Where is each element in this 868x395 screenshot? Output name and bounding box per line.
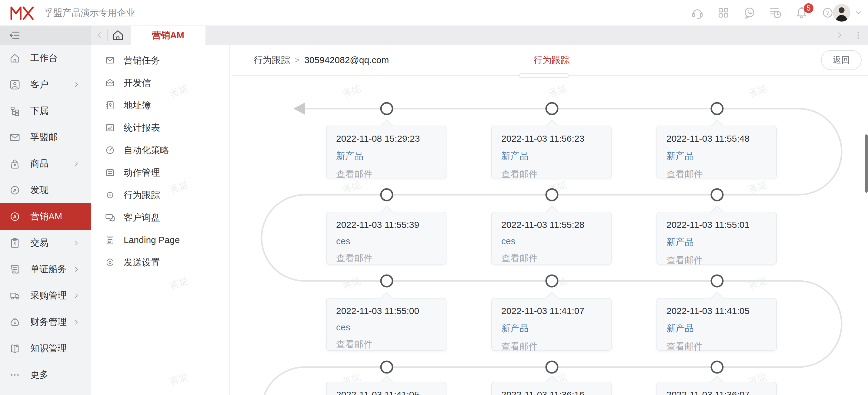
submenu-item-chart[interactable]: 统计报表 xyxy=(91,116,229,139)
sidebar-item-home[interactable]: 工作台 xyxy=(0,45,91,71)
event-timestamp: 2022-11-08 15:29:23 xyxy=(336,134,446,144)
sidebar-item-dots[interactable]: 更多 xyxy=(0,362,91,388)
sidebar-item-clip[interactable]: 交易 xyxy=(0,230,91,256)
submenu-item-mailopen[interactable]: 开发信 xyxy=(91,72,229,94)
timeline-node xyxy=(711,103,723,114)
submenu-item-target[interactable]: 行为跟踪 xyxy=(91,184,229,206)
submenu-item-label: 动作管理 xyxy=(124,167,160,179)
view-email-link[interactable]: 查看邮件 xyxy=(336,338,446,351)
submenu-item-landing[interactable]: Landing Page xyxy=(91,229,229,251)
view-email-link[interactable]: 查看邮件 xyxy=(666,168,776,180)
event-subject-link[interactable]: ces xyxy=(501,236,611,246)
sidebar-item-receipt[interactable]: 单证船务 xyxy=(0,256,91,282)
notification-bell-icon[interactable]: 5 xyxy=(795,6,809,20)
task-history-icon xyxy=(769,6,782,20)
timeline-node xyxy=(546,275,558,287)
event-subject-link[interactable]: 新产品 xyxy=(336,150,446,162)
sidebar-item-mail[interactable]: 孚盟邮 xyxy=(0,124,91,150)
top-bar: 孚盟产品演示专用企业 5 xyxy=(0,0,868,26)
event-subject-link[interactable]: 新产品 xyxy=(666,150,776,162)
tabs-scroll-left-icon[interactable] xyxy=(94,30,105,41)
sidebar-item-moneybag[interactable]: 财务管理 xyxy=(0,309,91,335)
support-headset-icon[interactable] xyxy=(690,6,704,20)
brand-logo xyxy=(7,4,36,21)
submenu-item-gauge[interactable]: 自动化策略 xyxy=(91,139,229,161)
event-subject-link[interactable]: 新产品 xyxy=(501,322,611,335)
event-timestamp: 2022-11-03 11:55:01 xyxy=(666,220,776,230)
notification-badge: 5 xyxy=(804,3,813,13)
chevron-right-icon xyxy=(72,291,81,300)
sidebar-item-org[interactable]: 下属 xyxy=(0,98,91,124)
task-history-icon[interactable] xyxy=(769,6,782,20)
marketing-submenu: 营销任务开发信地址簿统计报表自动化策略动作管理行为跟踪客户询盘Landing P… xyxy=(91,45,230,395)
action-icon xyxy=(105,167,115,178)
gauge-icon xyxy=(105,145,115,155)
sidebar-item-label: 孚盟邮 xyxy=(30,131,58,143)
timeline-node xyxy=(381,361,393,373)
submenu-item-action[interactable]: 动作管理 xyxy=(91,161,229,184)
compass-icon xyxy=(9,185,21,196)
chevron-down-icon[interactable] xyxy=(854,7,864,18)
apps-grid-icon[interactable] xyxy=(716,6,731,20)
collapse-sidebar-icon[interactable] xyxy=(8,29,21,41)
am-icon xyxy=(9,211,21,222)
topbar-icon-group: 5 xyxy=(690,0,835,26)
event-subject-link[interactable]: ces xyxy=(336,322,446,333)
sidebar-item-user[interactable]: 客户 xyxy=(0,71,91,98)
timeline-node xyxy=(381,189,393,200)
avatar[interactable] xyxy=(833,4,850,22)
org-icon xyxy=(9,105,21,117)
chevron-right-icon xyxy=(72,160,81,168)
view-email-link[interactable]: 查看邮件 xyxy=(501,252,611,264)
timeline-node xyxy=(546,361,558,373)
event-timestamp: 2022-11-03 11:56:23 xyxy=(501,134,611,144)
event-subject-link[interactable]: 新产品 xyxy=(666,322,776,335)
event-timestamp: 2022-11-03 11:55:39 xyxy=(336,220,446,230)
submenu-item-addrbook[interactable]: 地址簿 xyxy=(91,94,229,116)
submenu-item-label: 行为跟踪 xyxy=(124,189,160,201)
event-card: 2022-11-03 11:55:01新产品查看邮件 xyxy=(656,212,777,264)
sidebar-item-truck[interactable]: 采购管理 xyxy=(0,282,91,309)
receipt-icon xyxy=(9,264,21,275)
submenu-item-hex[interactable]: 发送设置 xyxy=(91,251,229,274)
bag-icon xyxy=(9,158,21,170)
tab-bar: 营销AM xyxy=(0,26,868,45)
event-card: 2022-11-03 11:55:28ces查看邮件 xyxy=(491,212,612,264)
user-menu[interactable] xyxy=(833,0,864,26)
event-timestamp: 2022-11-03 11:41:05 xyxy=(336,390,446,395)
view-email-link[interactable]: 查看邮件 xyxy=(666,254,776,267)
tab-marketing-am[interactable]: 营销AM xyxy=(131,26,206,45)
event-timestamp: 2022-11-03 11:55:00 xyxy=(336,306,446,316)
vertical-scrollbar-thumb[interactable] xyxy=(865,134,868,193)
home-tab-icon[interactable] xyxy=(111,29,125,42)
behavior-tracking-page: 行为跟踪 > 305942082@qq.com 行为跟踪 返回 2022-11-… xyxy=(230,45,868,395)
view-email-link[interactable]: 查看邮件 xyxy=(666,340,776,353)
submenu-item-chat[interactable]: 客户询盘 xyxy=(91,206,229,229)
sidebar-item-label: 知识管理 xyxy=(30,342,67,355)
view-email-link[interactable]: 查看邮件 xyxy=(336,252,446,264)
sidebar-item-book[interactable]: 知识管理 xyxy=(0,335,91,362)
view-email-link[interactable]: 查看邮件 xyxy=(336,168,446,180)
event-subject-link[interactable]: 新产品 xyxy=(666,236,776,249)
submenu-item-label: 开发信 xyxy=(124,77,151,89)
tabs-scroll-right-icon[interactable] xyxy=(834,30,845,41)
event-card: 2022-11-03 11:41:05 xyxy=(326,382,446,395)
event-timestamp: 2022-11-03 11:55:28 xyxy=(501,220,611,230)
chat-icon xyxy=(105,213,115,223)
view-email-link[interactable]: 查看邮件 xyxy=(501,168,611,180)
event-subject-link[interactable]: 新产品 xyxy=(501,150,611,162)
sidebar-item-am[interactable]: 营销AM xyxy=(0,203,91,230)
chevron-right-icon xyxy=(72,318,81,327)
sidebar-collapse-zone xyxy=(0,26,91,45)
whatsapp-icon[interactable] xyxy=(743,6,756,20)
tab-options-kebab-icon[interactable] xyxy=(853,30,864,41)
event-subject-link[interactable]: ces xyxy=(336,236,446,246)
moneybag-icon xyxy=(9,316,21,328)
sidebar-item-bag[interactable]: 商品 xyxy=(0,150,91,177)
submenu-item-mail2[interactable]: 营销任务 xyxy=(91,49,229,72)
landing-icon xyxy=(105,235,115,245)
hex-icon xyxy=(105,257,115,267)
sidebar-item-compass[interactable]: 发现 xyxy=(0,177,91,203)
view-email-link[interactable]: 查看邮件 xyxy=(501,340,611,353)
event-card: 2022-11-03 11:55:39ces查看邮件 xyxy=(326,212,446,264)
